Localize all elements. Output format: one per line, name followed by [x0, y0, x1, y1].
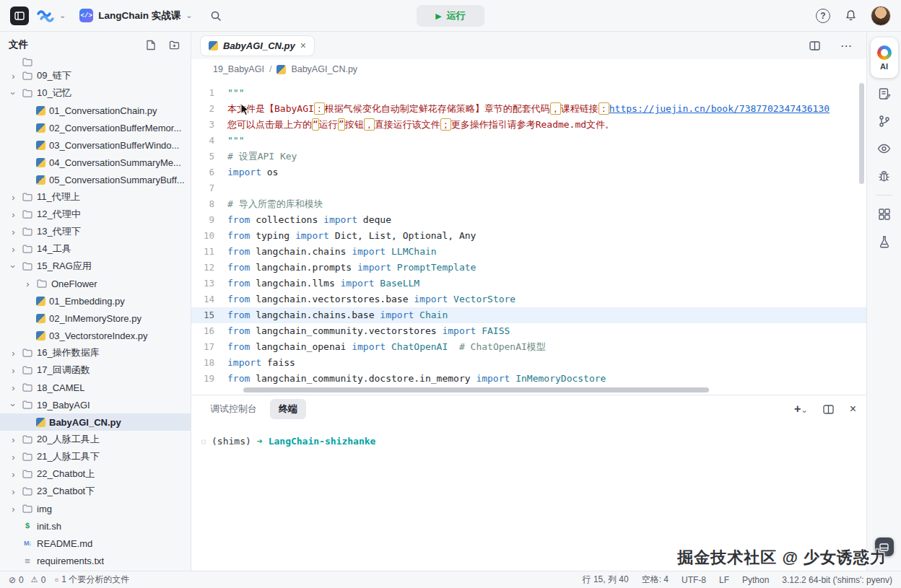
code-line[interactable]: 2本文件是【BabyAGI：根据气候变化自动制定鲜花存储策略】章节的配套代码，课…: [191, 101, 866, 117]
code-line[interactable]: 5# 设置API Key: [191, 149, 866, 164]
status-item[interactable]: 3.12.2 64-bit ('shims': pyenv): [782, 575, 892, 585]
editor-tab[interactable]: BabyAGI_CN.py ×: [200, 35, 315, 56]
tree-folder-item[interactable]: ›14_工具: [0, 240, 191, 258]
breadcrumb-folder[interactable]: 19_BabyAGI: [213, 64, 264, 74]
testing-button[interactable]: [872, 230, 897, 253]
code-line[interactable]: 7: [191, 180, 866, 196]
tree-folder-item[interactable]: ›22_Chatbot上: [0, 465, 191, 483]
split-terminal-button[interactable]: [819, 399, 839, 419]
tree-folder-item[interactable]: ›20_人脉工具上: [0, 431, 191, 448]
code-line[interactable]: 4""": [191, 133, 866, 149]
tree-file-item[interactable]: M↓README.md: [0, 535, 191, 552]
code-editor[interactable]: 1"""2本文件是【BabyAGI：根据气候变化自动制定鲜花存储策略】章节的配套…: [191, 79, 866, 395]
tab-debug-console[interactable]: 调试控制台: [201, 399, 266, 419]
tab-terminal[interactable]: 终端: [270, 399, 306, 419]
project-switcher[interactable]: </> LangChain 实战课 ⌄: [73, 5, 199, 26]
status-item[interactable]: 行 15, 列 40: [583, 574, 629, 586]
python-file-icon: [36, 331, 45, 341]
app-menu-button[interactable]: [10, 6, 29, 25]
tree-folder-item[interactable]: ›img: [0, 500, 191, 517]
notes-button[interactable]: [872, 82, 897, 105]
run-button[interactable]: ▶ 运行: [417, 5, 484, 27]
code-line[interactable]: 1""": [191, 85, 866, 101]
new-folder-button[interactable]: [166, 37, 182, 53]
tab-close-icon[interactable]: ×: [300, 40, 306, 51]
breadcrumb-file[interactable]: BabyAGI_CN.py: [291, 64, 357, 74]
new-terminal-button[interactable]: +⌄: [794, 403, 808, 416]
tree-folder-item[interactable]: ›21_人脉工具下: [0, 448, 191, 465]
tree-folder-item[interactable]: ›16_操作数据库: [0, 344, 191, 361]
debug-button[interactable]: [872, 164, 897, 188]
code-line[interactable]: 3您可以点击最上方的“运行”按钮，直接运行该文件；更多操作指引请参考Readme…: [191, 117, 866, 133]
line-number: 5: [191, 149, 227, 164]
tree-folder-item[interactable]: ›17_回调函数: [0, 361, 191, 379]
python-file-icon: [36, 106, 45, 115]
status-item[interactable]: 空格: 4: [642, 574, 669, 586]
more-actions-button[interactable]: ⋯: [836, 35, 856, 56]
folder-icon: [22, 366, 33, 374]
tree-folder-item[interactable]: ›13_代理下: [0, 223, 191, 240]
notifications-button[interactable]: [840, 6, 861, 26]
code-line[interactable]: 12from langchain.prompts import PromptTe…: [191, 260, 866, 276]
tree-folder-item[interactable]: ›23_Chatbot下: [0, 483, 191, 500]
tree-folder-item[interactable]: ›OneFlower: [0, 275, 191, 292]
new-file-button[interactable]: [143, 37, 159, 53]
code-line[interactable]: 18import faiss: [191, 355, 866, 371]
vertical-scrollbar[interactable]: [859, 83, 864, 184]
code-line[interactable]: 14from langchain.vectorstores.base impor…: [191, 291, 866, 307]
tree-item-label: 16_操作数据库: [37, 346, 100, 359]
line-number: 8: [191, 196, 227, 212]
tree-folder-item[interactable]: ›18_CAMEL: [0, 379, 191, 396]
code-line[interactable]: 9from collections import deque: [191, 212, 866, 228]
terminal[interactable]: ○ (shims) ➜ LangChain-shizhanke: [191, 423, 866, 571]
close-panel-button[interactable]: ×: [850, 403, 856, 416]
tree-file-item[interactable]: 04_ConversationSummaryMe...: [0, 154, 191, 171]
tree-file-item[interactable]: 01_ConversationChain.py: [0, 102, 191, 119]
status-item[interactable]: UTF-8: [682, 575, 706, 585]
code-line[interactable]: 10from typing import Dict, List, Optiona…: [191, 228, 866, 244]
analysis-status[interactable]: ○ 1 个要分析的文件: [54, 574, 129, 586]
tree-chevron-icon: ›: [9, 71, 18, 82]
tree-file-item[interactable]: BabyAGI_CN.py: [0, 413, 191, 431]
tree-folder-item[interactable]: ›19_BabyAGI: [0, 396, 191, 413]
tree-file-item[interactable]: $init.sh: [0, 517, 191, 535]
tree-folder-item[interactable]: ›15_RAG应用: [0, 258, 191, 275]
help-button[interactable]: ?: [816, 9, 830, 23]
python-file-icon: [36, 175, 45, 185]
status-item[interactable]: LF: [719, 575, 729, 585]
tree-file-item[interactable]: 03_VectorstoreIndex.py: [0, 327, 191, 344]
ide-logo-button[interactable]: ⌄: [36, 9, 66, 23]
tree-folder-item[interactable]: [0, 58, 191, 67]
split-editor-button[interactable]: [804, 35, 824, 56]
user-avatar[interactable]: [871, 6, 891, 26]
tree-file-item[interactable]: ≡requirements.txt: [0, 552, 191, 569]
code-line[interactable]: 17from langchain_openai import ChatOpenA…: [191, 339, 866, 355]
ai-assistant-button[interactable]: AI: [871, 38, 898, 78]
tree-file-item[interactable]: 03_ConversationBufferWindo...: [0, 136, 191, 154]
problems-indicator[interactable]: ⊘ 0 ⚠ 0: [9, 575, 45, 585]
status-item[interactable]: Python: [742, 575, 769, 585]
tree-folder-item[interactable]: ›12_代理中: [0, 206, 191, 223]
code-line[interactable]: 13from langchain.llms import BaseLLM: [191, 276, 866, 291]
tree-file-item[interactable]: 01_Embedding.py: [0, 292, 191, 310]
code-line[interactable]: 8# 导入所需的库和模块: [191, 196, 866, 212]
tree-file-item[interactable]: 02_ConversationBufferMemor...: [0, 119, 191, 136]
layout-toggle-button[interactable]: [875, 537, 894, 556]
tree-folder-item[interactable]: ›09_链下: [0, 67, 191, 84]
code-line[interactable]: 6import os: [191, 164, 866, 180]
tree-file-item[interactable]: 02_InMemoryStore.py: [0, 310, 191, 327]
code-line[interactable]: 19from langchain_community.docstore.in_m…: [191, 371, 866, 387]
extensions-button[interactable]: [872, 203, 897, 226]
code-line[interactable]: 15from langchain.chains.base import Chai…: [191, 307, 866, 323]
preview-button[interactable]: [872, 137, 897, 160]
code-line[interactable]: 16from langchain_community.vectorstores …: [191, 323, 866, 339]
tree-folder-item[interactable]: ›11_代理上: [0, 188, 191, 206]
new-file-icon: [146, 40, 156, 51]
horizontal-scrollbar[interactable]: [243, 387, 709, 392]
tree-file-item[interactable]: 05_ConversationSummaryBuff...: [0, 171, 191, 188]
tree-folder-item[interactable]: ›10_记忆: [0, 84, 191, 102]
code-line[interactable]: 11from langchain.chains import LLMChain: [191, 244, 866, 260]
search-button[interactable]: [206, 6, 226, 26]
source-control-button[interactable]: [872, 110, 897, 133]
tree-chevron-icon: ›: [8, 400, 19, 410]
